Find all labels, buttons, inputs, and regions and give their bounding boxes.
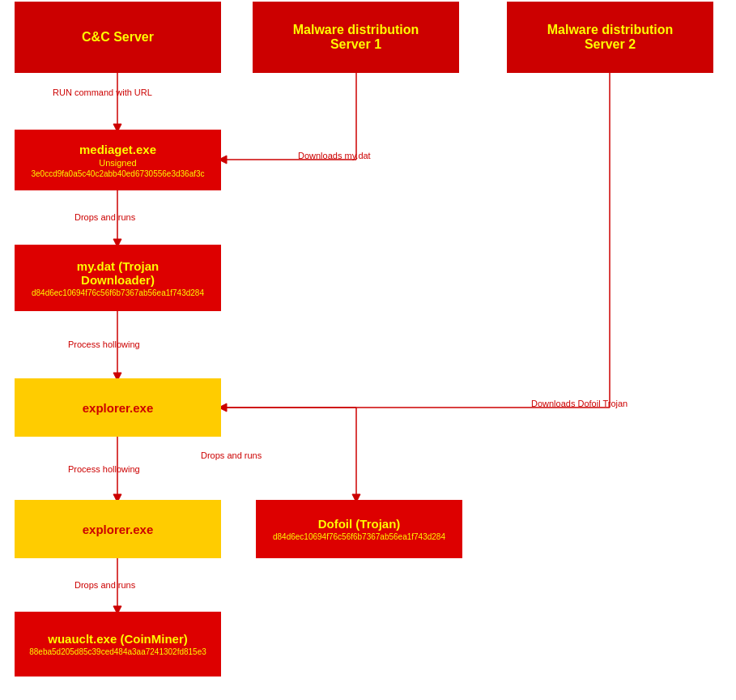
explorer1-title: explorer.exe bbox=[83, 401, 154, 415]
drops-runs-2-label: Drops and runs bbox=[201, 450, 262, 460]
wuauclt-title: wuauclt.exe (CoinMiner) bbox=[48, 632, 188, 646]
malware-server2-box: Malware distributionServer 2 bbox=[507, 2, 713, 73]
run-command-label: RUN command with URL bbox=[53, 88, 152, 97]
explorer2-box: explorer.exe bbox=[15, 500, 221, 558]
process-hollowing-2-label: Process hollowing bbox=[68, 464, 140, 474]
dofoil-hash: d84d6ec10694f76c56f6b7367ab56ea1f743d284 bbox=[273, 532, 445, 541]
downloads-dofoil-label: Downloads Dofoil Trojan bbox=[531, 399, 628, 408]
malware-server2-label: Malware distributionServer 2 bbox=[547, 23, 674, 52]
cnc-server-label: C&C Server bbox=[82, 30, 154, 45]
explorer1-box: explorer.exe bbox=[15, 378, 221, 437]
mediaget-box: mediaget.exe Unsigned 3e0ccd9fa0a5c40c2a… bbox=[15, 130, 221, 190]
diagram: C&C Server Malware distributionServer 1 … bbox=[0, 0, 736, 700]
wuauclt-hash: 88eba5d205d85c39ced484a3aa7241302fd815e3 bbox=[29, 647, 206, 656]
mediaget-hash: 3e0ccd9fa0a5c40c2abb40ed6730556e3d36af3c bbox=[31, 169, 204, 178]
arrows-layer bbox=[0, 0, 736, 700]
dofoil-box: Dofoil (Trojan) d84d6ec10694f76c56f6b736… bbox=[256, 500, 462, 558]
mydat-title: my.dat (TrojanDownloader) bbox=[77, 259, 159, 287]
cnc-server-box: C&C Server bbox=[15, 2, 221, 73]
drops-runs-3-label: Drops and runs bbox=[74, 580, 135, 590]
mediaget-subtitle: Unsigned bbox=[99, 158, 136, 168]
explorer2-title: explorer.exe bbox=[83, 523, 154, 536]
malware-server1-box: Malware distributionServer 1 bbox=[253, 2, 459, 73]
dofoil-title: Dofoil (Trojan) bbox=[318, 517, 401, 531]
mediaget-title: mediaget.exe bbox=[79, 143, 156, 156]
downloads-mydat-label: Downloads my.dat bbox=[298, 151, 371, 160]
mydat-hash: d84d6ec10694f76c56f6b7367ab56ea1f743d284 bbox=[32, 288, 204, 297]
drops-runs-1-label: Drops and runs bbox=[74, 212, 135, 222]
malware-server1-label: Malware distributionServer 1 bbox=[293, 23, 419, 52]
wuauclt-box: wuauclt.exe (CoinMiner) 88eba5d205d85c39… bbox=[15, 612, 221, 677]
mydat-box: my.dat (TrojanDownloader) d84d6ec10694f7… bbox=[15, 245, 221, 311]
process-hollowing-1-label: Process hollowing bbox=[68, 339, 140, 349]
